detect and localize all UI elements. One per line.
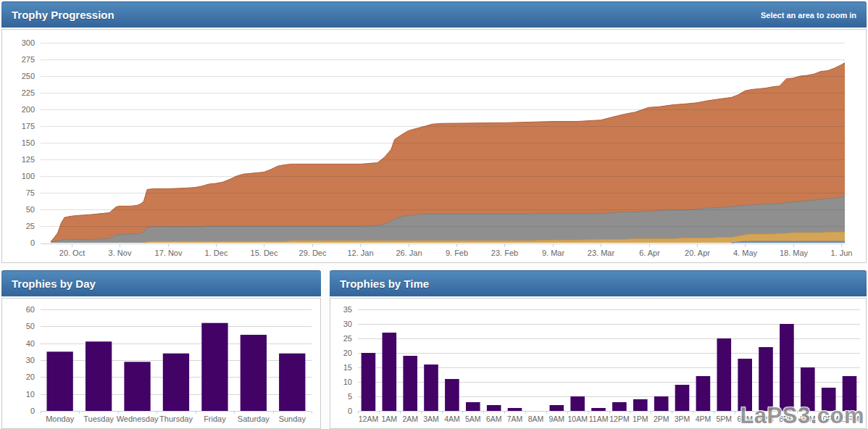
trophy-progression-title: Trophy Progression	[12, 9, 114, 21]
svg-text:23. Feb: 23. Feb	[491, 249, 518, 257]
svg-text:4. May: 4. May	[733, 249, 758, 257]
svg-text:20. Apr: 20. Apr	[685, 249, 710, 257]
svg-text:60: 60	[26, 305, 35, 314]
svg-text:6AM: 6AM	[486, 415, 502, 423]
svg-text:125: 125	[22, 155, 35, 164]
svg-text:20: 20	[343, 349, 352, 357]
svg-text:1. Jun: 1. Jun	[831, 249, 853, 257]
svg-text:Thursday: Thursday	[159, 415, 193, 423]
trophies-by-day-chart-svg[interactable]: 0102030405060MondayTuesdayWednesdayThurs…	[2, 299, 320, 428]
svg-text:250: 250	[22, 72, 35, 80]
svg-text:175: 175	[22, 122, 35, 130]
svg-text:11AM: 11AM	[589, 415, 609, 423]
svg-text:23. Mar: 23. Mar	[588, 249, 615, 257]
svg-text:Wednesday: Wednesday	[117, 415, 159, 423]
svg-text:25: 25	[343, 334, 352, 343]
svg-text:10: 10	[343, 378, 352, 386]
trophies-by-day-title: Trophies by Day	[12, 278, 96, 290]
svg-text:12PM: 12PM	[609, 415, 629, 423]
svg-text:0: 0	[30, 238, 35, 247]
svg-text:26. Jan: 26. Jan	[396, 249, 422, 257]
svg-text:25: 25	[26, 222, 35, 230]
svg-text:Sunday: Sunday	[279, 415, 306, 423]
trophy-progression-chart-svg[interactable]: 025507510012515017520022525027530020. Oc…	[2, 30, 866, 262]
trophies-by-time-header: Trophies by Time	[330, 270, 867, 296]
svg-text:1PM: 1PM	[633, 415, 648, 423]
svg-text:5AM: 5AM	[465, 415, 481, 423]
svg-text:Saturday: Saturday	[238, 415, 270, 423]
svg-text:3PM: 3PM	[675, 415, 690, 423]
svg-text:Tuesday: Tuesday	[83, 415, 114, 423]
svg-text:9. Feb: 9. Feb	[446, 249, 468, 257]
svg-text:20. Oct: 20. Oct	[59, 249, 85, 257]
svg-text:2PM: 2PM	[654, 415, 669, 423]
svg-text:Friday: Friday	[204, 415, 226, 423]
svg-text:2AM: 2AM	[402, 415, 418, 423]
svg-text:18. May: 18. May	[780, 249, 809, 257]
svg-text:15. Dec: 15. Dec	[251, 249, 278, 257]
svg-text:9. Mar: 9. Mar	[542, 249, 565, 257]
svg-text:150: 150	[22, 138, 35, 147]
svg-text:12AM: 12AM	[359, 415, 378, 423]
svg-text:50: 50	[26, 205, 35, 214]
laps3-watermark: LaPS3.com	[740, 403, 864, 429]
svg-text:0: 0	[348, 407, 352, 415]
svg-text:5PM: 5PM	[717, 415, 733, 423]
svg-text:3AM: 3AM	[423, 415, 439, 423]
trophies-by-day-header: Trophies by Day	[1, 270, 321, 296]
trophies-by-time-title: Trophies by Time	[340, 278, 429, 290]
svg-text:15: 15	[343, 363, 352, 372]
trophy-progression-panel: Trophy Progression Select an area to zoo…	[1, 1, 867, 263]
svg-text:1. Dec: 1. Dec	[205, 249, 228, 257]
svg-text:10: 10	[26, 390, 35, 399]
svg-text:1AM: 1AM	[382, 415, 398, 423]
svg-text:40: 40	[26, 339, 35, 348]
svg-text:Monday: Monday	[46, 415, 75, 423]
svg-text:8AM: 8AM	[528, 415, 544, 423]
trophies-by-day-chart-area[interactable]: 0102030405060MondayTuesdayWednesdayThurs…	[1, 298, 321, 429]
svg-text:20: 20	[26, 372, 35, 381]
trophies-by-day-panel: Trophies by Day 0102030405060MondayTuesd…	[1, 270, 321, 429]
svg-text:10AM: 10AM	[567, 415, 587, 423]
svg-text:300: 300	[22, 38, 35, 47]
trophy-progression-header: Trophy Progression Select an area to zoo…	[1, 1, 867, 28]
svg-text:12. Jan: 12. Jan	[347, 249, 373, 257]
svg-text:30: 30	[26, 356, 35, 365]
svg-text:4PM: 4PM	[696, 415, 711, 423]
svg-text:9AM: 9AM	[549, 415, 565, 423]
svg-text:30: 30	[343, 320, 352, 328]
svg-text:275: 275	[22, 55, 35, 64]
svg-text:6. Apr: 6. Apr	[639, 249, 660, 257]
svg-text:200: 200	[22, 105, 35, 114]
svg-text:7AM: 7AM	[507, 415, 523, 423]
trophy-progression-chart-area[interactable]: 025507510012515017520022525027530020. Oc…	[1, 29, 867, 263]
zoom-hint-label: Select an area to zoom in	[761, 11, 856, 20]
svg-text:29. Dec: 29. Dec	[299, 249, 327, 257]
svg-text:100: 100	[22, 172, 35, 180]
svg-text:75: 75	[26, 188, 35, 197]
svg-text:3. Nov: 3. Nov	[109, 249, 132, 257]
svg-text:225: 225	[22, 88, 35, 97]
svg-text:0: 0	[30, 407, 35, 415]
svg-text:4AM: 4AM	[444, 415, 460, 423]
svg-text:35: 35	[343, 305, 352, 314]
svg-text:17. Nov: 17. Nov	[155, 249, 183, 257]
svg-text:50: 50	[26, 322, 35, 330]
trophy-stats-page: Trophy Progression Select an area to zoo…	[0, 0, 868, 429]
svg-text:5: 5	[348, 392, 352, 401]
